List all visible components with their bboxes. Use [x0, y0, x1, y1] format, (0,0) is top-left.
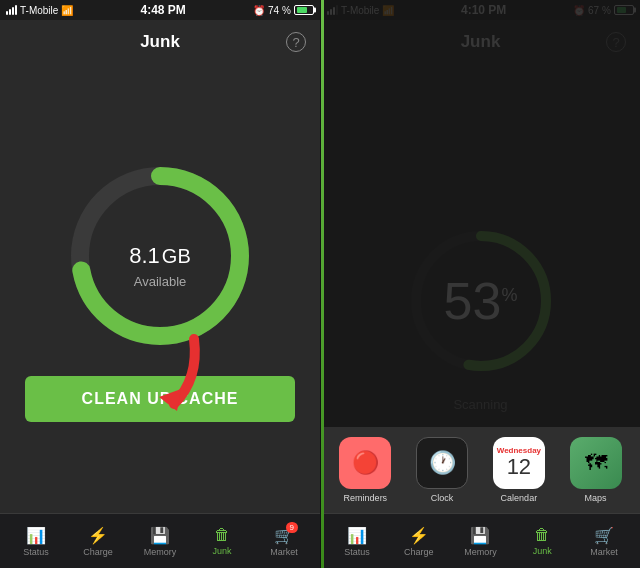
market-badge-left: 9: [286, 522, 298, 533]
carrier-left: T-Mobile: [20, 5, 58, 16]
junk-tab-icon-right: 🗑: [534, 526, 550, 543]
tab-junk-right[interactable]: 🗑 Junk: [511, 522, 573, 560]
signal-icon: [6, 5, 17, 15]
battery-icon-left: [294, 5, 314, 15]
status-tab-icon-right: 📊: [347, 527, 367, 544]
app-icon-clock[interactable]: 🕐 Clock: [416, 437, 468, 503]
left-title-bar: Junk ?: [0, 20, 320, 64]
status-tab-icon-left: 📊: [26, 527, 46, 544]
calendar-icon: Wednesday 12: [493, 437, 545, 489]
app-row: 🔴 Reminders 🕐 Clock Wednesday 12 Calenda…: [321, 427, 640, 513]
tab-status-left[interactable]: 📊 Status: [5, 522, 67, 561]
tab-label-memory-left: Memory: [144, 547, 177, 557]
tab-label-market-right: Market: [590, 547, 618, 557]
maps-icon: 🗺: [570, 437, 622, 489]
tab-label-market-left: Market: [270, 547, 298, 557]
tab-label-status-left: Status: [23, 547, 49, 557]
right-tab-bar: 📊 Status ⚡ Charge 💾 Memory 🗑 J: [321, 513, 640, 568]
left-status-bar: T-Mobile 📶 4:48 PM ⏰ 74%: [0, 0, 320, 20]
alarm-icon: ⏰: [253, 5, 265, 16]
tab-charge-left[interactable]: ⚡ Charge: [67, 522, 129, 561]
tab-label-charge-left: Charge: [83, 547, 113, 557]
app-icon-calendar[interactable]: Wednesday 12 Calendar: [493, 437, 545, 503]
app-icon-reminders[interactable]: 🔴 Reminders: [339, 437, 391, 503]
tab-market-right[interactable]: 🛒 Market: [573, 522, 635, 561]
app-name-clock: Clock: [431, 493, 454, 503]
app-name-calendar: Calendar: [501, 493, 538, 503]
app-name-reminders: Reminders: [344, 493, 388, 503]
left-tab-bar: 📊 Status ⚡ Charge 💾 Memory 🗑 Junk 🛒: [0, 513, 320, 568]
clock-icon: 🕐: [416, 437, 468, 489]
left-content: 8.1GB Available CLEAN UP CACHE: [0, 64, 320, 513]
donut-value: 8.1GB: [129, 223, 191, 269]
tab-memory-right[interactable]: 💾 Memory: [450, 522, 512, 561]
app-icon-maps[interactable]: 🗺 Maps: [570, 437, 622, 503]
tab-junk-left[interactable]: 🗑 Junk: [191, 522, 253, 560]
reminders-icon: 🔴: [339, 437, 391, 489]
tab-status-right[interactable]: 📊 Status: [326, 522, 388, 561]
donut-chart: 8.1GB Available: [60, 156, 260, 356]
panel-divider: [321, 0, 324, 568]
wifi-icon: 📶: [61, 5, 73, 16]
memory-tab-icon-left: 💾: [150, 527, 170, 544]
right-panel: T-Mobile 📶 4:10 PM ⏰ 67% Junk ?: [320, 0, 640, 568]
cleanup-button[interactable]: CLEAN UP CACHE: [25, 376, 295, 422]
memory-tab-icon-right: 💾: [470, 527, 490, 544]
tab-label-memory-right: Memory: [464, 547, 497, 557]
tab-label-junk-right: Junk: [533, 546, 552, 556]
left-panel: T-Mobile 📶 4:48 PM ⏰ 74% Junk ?: [0, 0, 320, 568]
donut-label: Available: [129, 273, 191, 288]
tab-label-junk-left: Junk: [212, 546, 231, 556]
charge-tab-icon-left: ⚡: [88, 527, 108, 544]
app-name-maps: Maps: [585, 493, 607, 503]
tab-charge-right[interactable]: ⚡ Charge: [388, 522, 450, 561]
tab-label-status-right: Status: [344, 547, 370, 557]
tab-memory-left[interactable]: 💾 Memory: [129, 522, 191, 561]
market-tab-icon-right: 🛒: [594, 527, 614, 544]
left-title: Junk: [140, 32, 180, 52]
donut-center: 8.1GB Available: [129, 223, 191, 288]
time-left: 4:48 PM: [140, 3, 185, 17]
tab-label-charge-right: Charge: [404, 547, 434, 557]
charge-tab-icon-right: ⚡: [409, 527, 429, 544]
app-switcher-overlay: 🔴 Reminders 🕐 Clock Wednesday 12 Calenda…: [321, 0, 640, 568]
junk-tab-icon-left: 🗑: [214, 526, 230, 543]
tab-market-left[interactable]: 🛒 9 Market: [253, 522, 315, 561]
battery-pct-left: 74: [268, 5, 279, 16]
help-button-left[interactable]: ?: [286, 32, 306, 52]
